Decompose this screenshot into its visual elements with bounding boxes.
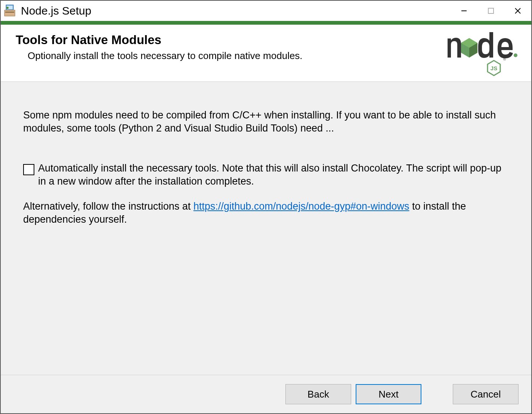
page-subtitle: Optionally install the tools necessary t… xyxy=(28,50,449,62)
svg-rect-6 xyxy=(488,8,494,13)
content-panel: Some npm modules need to be compiled fro… xyxy=(1,82,531,375)
titlebar: Node.js Setup xyxy=(1,1,531,21)
window-title: Node.js Setup xyxy=(21,4,451,17)
page-title: Tools for Native Modules xyxy=(16,33,449,47)
node-gyp-link[interactable]: https://github.com/nodejs/node-gyp#on-wi… xyxy=(194,201,409,212)
install-tools-checkbox[interactable] xyxy=(23,164,34,175)
installer-icon xyxy=(4,4,17,18)
svg-rect-2 xyxy=(4,10,15,16)
svg-text:®: ® xyxy=(503,57,506,61)
minimize-button[interactable] xyxy=(451,1,477,21)
accent-bar xyxy=(1,21,531,25)
footer-panel: Back Next Cancel xyxy=(1,375,531,413)
cancel-button[interactable]: Cancel xyxy=(453,384,519,404)
svg-rect-3 xyxy=(5,12,14,13)
back-button[interactable]: Back xyxy=(285,384,351,404)
next-button[interactable]: Next xyxy=(356,384,421,404)
alternative-paragraph: Alternatively, follow the instructions a… xyxy=(23,200,509,226)
header-panel: Tools for Native Modules Optionally inst… xyxy=(1,25,531,82)
svg-point-12 xyxy=(514,53,517,57)
intro-paragraph: Some npm modules need to be compiled fro… xyxy=(23,109,509,135)
close-button[interactable] xyxy=(504,1,531,21)
install-tools-option: Automatically install the necessary tool… xyxy=(23,162,509,188)
svg-point-4 xyxy=(6,7,9,9)
installer-window: Node.js Setup Tools for Native Modules O… xyxy=(0,0,532,414)
button-spacer xyxy=(426,384,448,404)
svg-text:JS: JS xyxy=(491,65,497,71)
window-controls xyxy=(451,1,531,21)
maximize-button xyxy=(477,1,504,21)
install-tools-label[interactable]: Automatically install the necessary tool… xyxy=(38,162,509,188)
alternative-prefix: Alternatively, follow the instructions a… xyxy=(23,201,194,212)
nodejs-logo: JS ® xyxy=(449,31,531,76)
